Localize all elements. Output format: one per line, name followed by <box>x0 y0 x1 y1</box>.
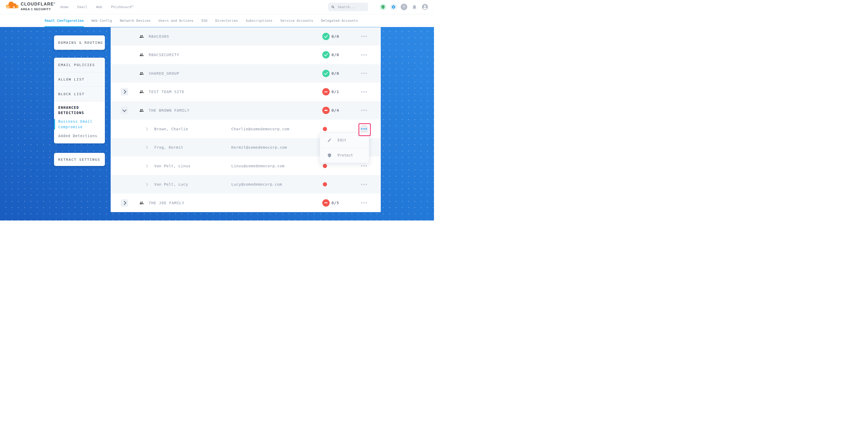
table-row-member: Van Pelt, Lucy Lucy@somedemocorp.com <box>111 175 381 194</box>
member-count: 0/0 <box>332 34 339 38</box>
ellipsis-icon <box>361 54 367 56</box>
search-icon <box>331 5 335 9</box>
member-email: Charlie@somedemocorp.com <box>231 127 289 131</box>
status-fail-badge <box>322 88 330 95</box>
expand-button[interactable] <box>121 199 128 207</box>
sidebar-item-business-email-compromise[interactable]: Business Email Compromise <box>58 119 101 130</box>
sidebar-item-enhanced-detections[interactable]: ENHANCED DETECTIONS <box>58 105 98 116</box>
ellipsis-icon <box>361 91 367 93</box>
ellipsis-icon <box>361 36 367 37</box>
tab-service-accounts[interactable]: Service Accounts <box>280 14 313 27</box>
brand-name: CLOUDFLARE <box>21 2 54 6</box>
sidebar-item-retract-settings[interactable]: RETRACT SETTINGS <box>54 153 105 166</box>
pencil-icon <box>327 138 332 143</box>
help-glyph: ? <box>403 5 405 9</box>
nav-item-phishguard[interactable]: PhishGuard™ <box>111 5 133 9</box>
table-row-group: THE JOE FAMILY 0/5 <box>111 193 381 212</box>
chevron-right-icon <box>145 127 148 131</box>
tab-email-configuration[interactable]: Email Configuration <box>44 14 84 27</box>
tab-directories[interactable]: Directories <box>215 14 238 27</box>
member-email: Lucy@somedemocorp.com <box>231 182 282 186</box>
member-count: 0/4 <box>332 108 339 113</box>
nav-item-home[interactable]: Home <box>60 5 68 9</box>
brand-subtitle: AREA 1 SECURITY <box>21 8 56 11</box>
bell-icon[interactable] <box>411 4 418 10</box>
top-header-bar: CLOUDFLARE® AREA 1 SECURITY Home Email W… <box>0 0 434 14</box>
search-bar[interactable] <box>328 3 368 11</box>
expand-button[interactable] <box>121 88 128 96</box>
table-row-group: RBACO365 0/0 <box>111 27 381 46</box>
member-name: Van Pelt, Lucy <box>154 182 188 186</box>
row-menu-button[interactable] <box>359 32 369 41</box>
group-icon <box>139 71 144 75</box>
tab-web-config[interactable]: Web Config <box>92 14 112 27</box>
group-name: SHARED_GROUP <box>149 71 179 75</box>
sidebar-item-added-detections[interactable]: Added Detections <box>58 133 101 139</box>
minus-icon <box>324 110 328 111</box>
group-name: THE BROWN FAMILY <box>149 108 190 113</box>
header-nav: Home Email Web PhishGuard™ <box>60 0 133 14</box>
minus-icon <box>324 92 328 93</box>
chevron-right-icon <box>145 146 148 149</box>
row-menu-button[interactable] <box>359 50 369 60</box>
sidebar-item-block-list[interactable]: BLOCK LIST <box>54 87 105 101</box>
row-menu-button-active[interactable] <box>360 125 368 133</box>
shield-icon <box>327 153 332 158</box>
context-menu: Edit Protect <box>320 132 369 163</box>
tab-network-devices[interactable]: Network Devices <box>120 14 151 27</box>
active-indicator-bar <box>54 119 55 129</box>
menu-item-label: Protect <box>338 153 353 157</box>
ellipsis-icon <box>361 184 367 185</box>
shield-check-icon[interactable] <box>380 4 386 10</box>
gear-icon[interactable] <box>390 4 397 10</box>
row-menu-button[interactable] <box>359 69 369 78</box>
table-row-group: THE BROWN FAMILY 0/4 <box>111 101 381 120</box>
status-dot <box>323 164 327 168</box>
tab-delegated-accounts[interactable]: Delegated Accounts <box>321 14 358 27</box>
sidebar-item-email-policies[interactable]: EMAIL POLICIES <box>54 58 105 72</box>
sidebar-item-allow-list[interactable]: ALLOW LIST <box>54 72 105 87</box>
member-name: Frog, Kermit <box>154 145 183 150</box>
member-count: 0/1 <box>332 90 339 94</box>
brand-text: CLOUDFLARE® AREA 1 SECURITY <box>21 2 56 11</box>
menu-item-protect[interactable]: Protect <box>320 148 369 163</box>
collapse-button[interactable] <box>121 106 128 114</box>
ellipsis-icon <box>361 109 367 111</box>
member-name: Van Pelt, Linus <box>154 164 190 168</box>
status-dot <box>323 127 327 131</box>
row-menu-button[interactable] <box>359 87 369 96</box>
tab-sso[interactable]: SSO <box>201 14 207 27</box>
cloudflare-logo <box>5 1 20 9</box>
user-avatar-icon[interactable] <box>422 4 428 10</box>
tab-subscriptions[interactable]: Subscriptions <box>246 14 273 27</box>
row-menu-button[interactable] <box>359 106 369 115</box>
chevron-right-icon <box>145 183 148 186</box>
status-pass-badge <box>322 51 330 59</box>
chevron-right-icon <box>122 90 126 94</box>
nav-item-email[interactable]: Email <box>77 5 87 9</box>
group-icon <box>139 53 144 57</box>
chevron-right-icon <box>145 164 148 167</box>
sidebar-item-label: Business Email Compromise <box>58 119 93 129</box>
chevron-right-icon <box>122 201 126 205</box>
row-menu-button[interactable] <box>359 198 369 208</box>
tab-users-and-actions[interactable]: Users and Actions <box>158 14 193 27</box>
menu-item-label: Edit <box>338 138 346 142</box>
member-email: Linus@somedemocorp.com <box>231 164 284 168</box>
menu-item-edit[interactable]: Edit <box>320 133 369 148</box>
brand-mark: ® <box>54 2 56 4</box>
sidebar-item-domains-routing[interactable]: DOMAINS & ROUTING <box>54 35 105 50</box>
status-pass-badge <box>322 70 330 77</box>
check-icon <box>324 71 328 75</box>
member-count: 0/5 <box>332 201 339 205</box>
row-menu-button[interactable] <box>359 180 369 189</box>
group-icon <box>139 34 144 38</box>
group-name: THE JOE FAMILY <box>149 201 184 205</box>
help-icon[interactable]: ? <box>401 4 407 10</box>
check-icon <box>324 53 328 57</box>
group-name: RBACSECURITY <box>149 53 179 57</box>
nav-item-web[interactable]: Web <box>96 5 102 9</box>
ellipsis-icon <box>361 165 367 166</box>
member-email: Kermit@somedemocorp.com <box>231 145 287 150</box>
search-input[interactable] <box>337 5 365 9</box>
